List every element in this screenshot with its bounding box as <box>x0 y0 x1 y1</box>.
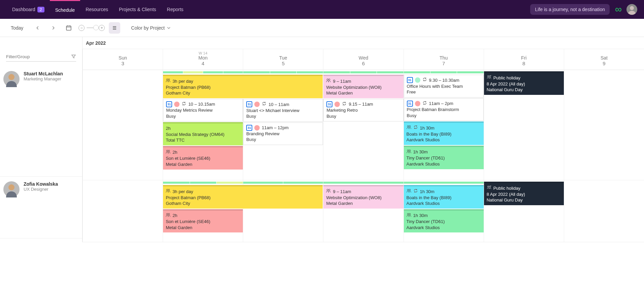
day-cell[interactable] <box>564 180 644 242</box>
avatar <box>3 71 20 87</box>
capacity-bar <box>323 71 403 73</box>
event-block[interactable]: 9 – 11am Website Optimization (WO8) Meta… <box>323 75 403 98</box>
recur-icon <box>422 101 427 107</box>
prev-button[interactable] <box>32 22 43 34</box>
person-role: Marketing Manager <box>24 76 63 81</box>
nav-projects[interactable]: Projects & Clients <box>114 0 161 19</box>
calendar-button[interactable] <box>63 22 74 34</box>
recur-icon <box>262 101 266 108</box>
event-block[interactable]: 2h Son et Lumière (SE46) Metal Garden <box>163 146 243 170</box>
color-dot <box>254 102 260 107</box>
event-block[interactable]: 3110 – 11am Stuart <> Michael Interview … <box>243 99 323 122</box>
event-block[interactable]: 319.15 – 11am Marketing Retro Busy <box>323 99 403 122</box>
list-view-button[interactable] <box>109 22 120 34</box>
svg-point-10 <box>166 79 168 80</box>
filter-input[interactable] <box>6 54 71 59</box>
event-block[interactable]: 1h 30m Tiny Dancer (TD61) Aardvark Studi… <box>404 209 484 233</box>
person-name: Stuart McLachlan <box>24 71 63 76</box>
color-dot <box>415 77 420 83</box>
event-block[interactable]: 1h 30m Boats in the Bay (BI89) Aardvark … <box>404 185 484 209</box>
gcal-icon: 31 <box>166 101 172 107</box>
svg-point-17 <box>409 125 410 127</box>
next-button[interactable] <box>47 22 59 34</box>
people-icon <box>407 125 411 131</box>
people-icon <box>326 188 331 195</box>
nav-resources[interactable]: Resources <box>80 0 114 19</box>
zoom-out-icon[interactable]: − <box>78 25 85 31</box>
day-cell[interactable]: Public holiday 8 Apr 2022 (All day) Nati… <box>484 70 564 180</box>
day-cell[interactable]: 3h per day Project Batman (PB68) Gotham … <box>163 180 243 242</box>
filter-icon[interactable] <box>71 54 76 59</box>
schedule-row: 3h per day Project Batman (PB68) Gotham … <box>83 180 644 242</box>
color-dot <box>334 102 340 107</box>
today-button[interactable]: Today <box>6 23 28 33</box>
top-nav: Dashboard 2 Schedule Resources Projects … <box>0 0 644 19</box>
event-block[interactable]: 3h per day Project Batman (PB68) Gotham … <box>163 75 323 98</box>
event-block[interactable]: 9 – 11am Website Optimization (WO8) Meta… <box>323 185 403 209</box>
svg-point-24 <box>166 213 168 215</box>
event-block[interactable]: 2h Son et Lumière (SE46) Metal Garden <box>163 209 243 233</box>
event-block[interactable]: Public holiday 8 Apr 2022 (All day) Nati… <box>484 182 564 205</box>
people-icon <box>166 188 170 195</box>
people-icon <box>407 213 411 219</box>
color-by-dropdown[interactable]: Color by Project <box>131 25 171 31</box>
day-cell[interactable]: 1h 30m Boats in the Bay (BI89) Aardvark … <box>404 180 484 242</box>
people-icon <box>326 78 331 84</box>
event-block[interactable]: 1h 30m Boats in the Bay (BI89) Aardvark … <box>404 121 484 145</box>
svg-point-15 <box>329 79 330 80</box>
svg-point-0 <box>630 6 634 10</box>
zoom-in-icon[interactable]: + <box>99 25 105 31</box>
gcal-icon: 31 <box>246 125 252 131</box>
event-block[interactable]: 319.30 – 10.30am Office Hours with Exec … <box>404 75 484 98</box>
nav-dashboard[interactable]: Dashboard 2 <box>7 0 50 19</box>
user-avatar[interactable] <box>626 4 637 15</box>
svg-point-9 <box>8 184 14 190</box>
nav-reports[interactable]: Reports <box>162 0 189 19</box>
capacity-bar <box>243 182 323 184</box>
person-row[interactable]: Stuart McLachlan Marketing Manager <box>0 66 82 177</box>
month-label: Apr 2022 <box>83 37 644 49</box>
day-cell[interactable]: 3h per day Project Batman (PB68) Gotham … <box>163 70 243 180</box>
person-row[interactable]: Zofia Kowalska UX Designer <box>0 177 82 239</box>
capacity-bar <box>163 182 243 184</box>
day-cell[interactable]: 319.30 – 10.30am Office Hours with Exec … <box>404 70 484 180</box>
event-block[interactable]: Public holiday 8 Apr 2022 (All day) Nati… <box>484 71 564 95</box>
event-block[interactable]: 2h Social Media Strategy (OM64) Total TT… <box>163 122 243 145</box>
zoom-control[interactable]: − + <box>78 25 105 31</box>
svg-point-30 <box>407 213 409 215</box>
color-dot <box>254 125 260 131</box>
event-block[interactable]: 3111am – 12pm Branding Review Busy <box>243 122 323 145</box>
svg-point-22 <box>166 189 168 190</box>
svg-point-27 <box>329 189 330 190</box>
svg-point-20 <box>487 76 489 77</box>
day-header: Sun3W 14Mon4 Tue5 Wed6 Thu7 Fri8 Sat9 <box>83 49 644 70</box>
day-cell[interactable] <box>83 70 163 180</box>
toolbar: Today − + Color by Project <box>0 19 644 37</box>
day-cell[interactable]: 9 – 11am Website Optimization (WO8) Meta… <box>323 70 403 180</box>
nav-schedule[interactable]: Schedule <box>50 0 80 19</box>
svg-rect-1 <box>67 26 71 30</box>
day-cell[interactable] <box>83 180 163 242</box>
event-block[interactable]: 1h 30m Tiny Dancer (TD61) Aardvark Studi… <box>404 146 484 169</box>
holiday-icon <box>487 185 491 191</box>
event-block[interactable]: 3110 – 10.15am Monday Metrics Review Bus… <box>163 99 243 122</box>
svg-point-28 <box>407 189 409 190</box>
day-column: Tue5 <box>243 49 323 70</box>
day-cell[interactable]: 9 – 11am Website Optimization (WO8) Meta… <box>323 180 403 242</box>
person-name: Zofia Kowalska <box>24 181 58 187</box>
svg-point-18 <box>407 150 409 151</box>
capacity-bar <box>404 71 484 73</box>
recur-icon <box>342 101 347 108</box>
infinity-icon[interactable]: ∞ <box>615 4 622 15</box>
svg-point-14 <box>327 79 328 80</box>
event-block[interactable]: 3111am – 2pm Project Batman Brainstorm B… <box>404 98 484 121</box>
event-block[interactable]: 3h per day Project Batman (PB68) Gotham … <box>163 185 323 209</box>
recur-icon <box>422 77 427 83</box>
recur-icon <box>182 101 186 108</box>
day-cell[interactable] <box>564 70 644 180</box>
nav-badge: 2 <box>37 7 44 12</box>
day-column: W 14Mon4 <box>163 49 243 70</box>
schedule-row: 3h per day Project Batman (PB68) Gotham … <box>83 70 644 180</box>
svg-point-11 <box>168 79 170 80</box>
day-cell[interactable]: Public holiday 8 Apr 2022 (All day) Nati… <box>484 180 564 242</box>
